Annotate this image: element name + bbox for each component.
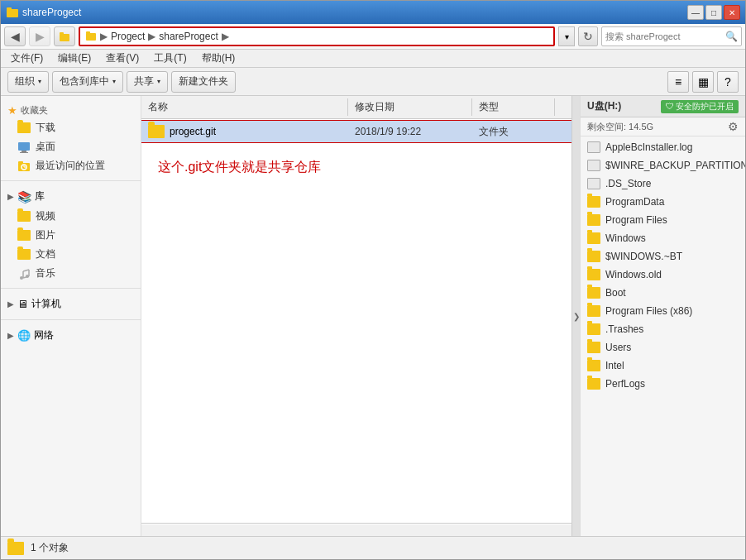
file-date-cell: 2018/1/9 19:22 bbox=[355, 126, 479, 137]
star-icon: ★ bbox=[7, 104, 17, 117]
desktop-icon bbox=[17, 141, 31, 154]
sidebar-divider-2 bbox=[1, 288, 141, 289]
view-grid-button[interactable]: ▦ bbox=[692, 71, 714, 93]
organize-button[interactable]: 组织 ▾ bbox=[7, 71, 49, 93]
network-icon: 🌐 bbox=[17, 329, 31, 342]
sidebar-item-video[interactable]: 视频 bbox=[1, 207, 141, 226]
col-header-date[interactable]: 修改日期 bbox=[348, 98, 472, 116]
horizontal-scrollbar[interactable] bbox=[141, 524, 571, 536]
address-path1[interactable]: Progect bbox=[111, 31, 145, 42]
menu-tools[interactable]: 工具(T) bbox=[147, 50, 193, 67]
forward-button[interactable]: ▶ bbox=[29, 26, 50, 46]
address-box[interactable]: ▶ Progect ▶ shareProgect ▶ bbox=[79, 26, 555, 46]
search-box: 🔍 bbox=[601, 26, 742, 46]
panel-collapse-button[interactable]: ❯ bbox=[571, 96, 580, 536]
close-button[interactable]: ✕ bbox=[724, 5, 740, 20]
up-button[interactable] bbox=[54, 26, 75, 46]
list-item[interactable]: Program Files bbox=[581, 211, 745, 229]
include-dropdown-icon: ▾ bbox=[112, 78, 116, 85]
share-button[interactable]: 共享 ▾ bbox=[127, 71, 168, 93]
svg-rect-5 bbox=[86, 31, 90, 34]
file-list: progect.git 2018/1/9 19:22 文件夹 这个.git文件夹… bbox=[141, 119, 571, 523]
folder-icon-small bbox=[587, 196, 600, 208]
list-item[interactable]: Program Files (x86) bbox=[581, 302, 745, 320]
address-separator3: ▶ bbox=[222, 31, 229, 42]
sidebar-item-pictures[interactable]: 图片 bbox=[1, 226, 141, 245]
menu-help[interactable]: 帮助(H) bbox=[195, 50, 242, 67]
refresh-button[interactable]: ↻ bbox=[578, 26, 598, 46]
folder-icon-small bbox=[587, 214, 600, 226]
address-separator2: ▶ bbox=[148, 31, 155, 42]
file-item-label: ProgramData bbox=[605, 196, 664, 208]
sidebar-item-desktop[interactable]: 桌面 bbox=[1, 137, 141, 156]
toolbar: 组织 ▾ 包含到库中 ▾ 共享 ▾ 新建文件夹 ≡ ▦ ? bbox=[1, 68, 745, 96]
search-icon: 🔍 bbox=[725, 31, 738, 42]
title-bar-left: shareProgect bbox=[6, 6, 81, 19]
list-item[interactable]: Windows bbox=[581, 229, 745, 247]
menu-file[interactable]: 文件(F) bbox=[4, 50, 50, 67]
right-panel: U盘(H:) 🛡 安全防护已开启 剩余空间: 14.5G ⚙ AppleBcIn… bbox=[580, 96, 745, 536]
right-file-list: AppleBcInstaller.log $WINRE_BACKUP_PARTI… bbox=[581, 136, 745, 536]
file-icon-doc bbox=[587, 178, 600, 189]
list-item[interactable]: AppleBcInstaller.log bbox=[581, 138, 745, 156]
library-header[interactable]: ▶ 📚 库 bbox=[1, 186, 141, 207]
help-button[interactable]: ? bbox=[717, 71, 739, 93]
file-item-label: Users bbox=[605, 342, 631, 353]
folder-icon-small bbox=[587, 232, 600, 244]
file-item-label: AppleBcInstaller.log bbox=[605, 141, 692, 153]
file-item-label: $WINDOWS.~BT bbox=[605, 251, 682, 262]
table-row[interactable]: progect.git 2018/1/9 19:22 文件夹 bbox=[141, 121, 571, 142]
favorites-label: 收藏夹 bbox=[21, 104, 48, 117]
column-header: 名称 修改日期 类型 bbox=[141, 96, 571, 119]
address-path2[interactable]: shareProgect bbox=[159, 31, 218, 42]
address-dropdown-button[interactable]: ▾ bbox=[558, 26, 575, 46]
list-item[interactable]: Intel bbox=[581, 357, 745, 375]
computer-header[interactable]: ▶ 🖥 计算机 bbox=[1, 294, 141, 314]
address-separator1: ▶ bbox=[100, 31, 108, 42]
list-item[interactable]: Users bbox=[581, 338, 745, 357]
list-item[interactable]: Boot bbox=[581, 284, 745, 302]
list-item[interactable]: ProgramData bbox=[581, 193, 745, 211]
svg-rect-10 bbox=[18, 161, 23, 164]
sidebar-item-recent[interactable]: 最近访问的位置 bbox=[1, 156, 141, 175]
menu-bar: 文件(F) 编辑(E) 查看(V) 工具(T) 帮助(H) bbox=[1, 50, 745, 68]
search-input[interactable] bbox=[605, 31, 722, 41]
col-header-type[interactable]: 类型 bbox=[472, 98, 555, 116]
menu-view[interactable]: 查看(V) bbox=[99, 50, 146, 67]
menu-edit[interactable]: 编辑(E) bbox=[51, 50, 98, 67]
list-item[interactable]: PerfLogs bbox=[581, 375, 745, 393]
maximize-button[interactable]: □ bbox=[705, 5, 722, 20]
new-folder-button[interactable]: 新建文件夹 bbox=[171, 71, 236, 93]
list-item[interactable]: $WINRE_BACKUP_PARTITION.... bbox=[581, 156, 745, 175]
documents-label: 文档 bbox=[36, 247, 55, 261]
recent-label: 最近访问的位置 bbox=[36, 159, 105, 173]
list-item[interactable]: Windows.old bbox=[581, 266, 745, 284]
sidebar-item-documents[interactable]: 文档 bbox=[1, 245, 141, 264]
include-library-button[interactable]: 包含到库中 ▾ bbox=[52, 71, 123, 93]
gear-icon[interactable]: ⚙ bbox=[728, 120, 739, 133]
list-item[interactable]: .DS_Store bbox=[581, 175, 745, 193]
sidebar-divider-1 bbox=[1, 180, 141, 181]
file-item-label: $WINRE_BACKUP_PARTITION.... bbox=[605, 160, 745, 171]
list-item[interactable]: $WINDOWS.~BT bbox=[581, 247, 745, 266]
col-header-name[interactable]: 名称 bbox=[141, 98, 348, 116]
folder-icon-small bbox=[587, 305, 600, 317]
network-header[interactable]: ▶ 🌐 网络 bbox=[1, 325, 141, 346]
include-library-label: 包含到库中 bbox=[60, 74, 109, 89]
back-button[interactable]: ◀ bbox=[4, 26, 26, 46]
status-count: 1 个对象 bbox=[31, 541, 69, 555]
annotation-text: 这个.git文件夹就是共享仓库 bbox=[141, 142, 571, 193]
minimize-button[interactable]: — bbox=[687, 5, 704, 20]
sidebar-item-music[interactable]: 音乐 bbox=[1, 264, 141, 283]
library-icon: 📚 bbox=[17, 190, 31, 203]
sidebar-item-download[interactable]: 下载 bbox=[1, 118, 141, 137]
view-toggle-button[interactable]: ≡ bbox=[667, 71, 689, 93]
file-area: 名称 修改日期 类型 progect.git 2018/1/9 19:22 文件… bbox=[141, 96, 571, 536]
video-folder-icon bbox=[17, 211, 31, 222]
computer-collapse-icon: ▶ bbox=[7, 299, 14, 309]
list-item[interactable]: .Trashes bbox=[581, 320, 745, 338]
folder-icon-small bbox=[587, 342, 600, 353]
status-folder-icon bbox=[7, 542, 24, 555]
status-bar: 1 个对象 bbox=[1, 536, 745, 559]
security-badge: 🛡 安全防护已开启 bbox=[661, 100, 739, 113]
